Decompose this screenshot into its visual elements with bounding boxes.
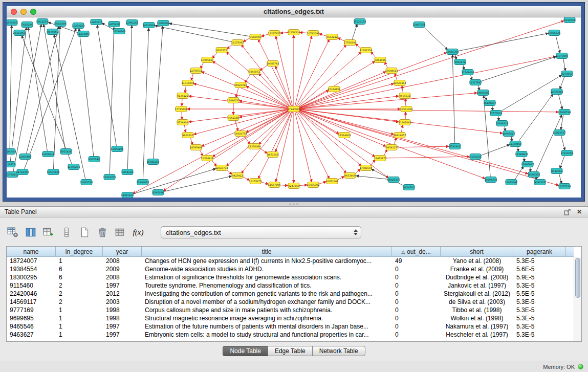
- graph-node[interactable]: 16841250: [147, 159, 159, 165]
- graph-node[interactable]: 16095378: [528, 172, 540, 178]
- graph-edge[interactable]: [514, 166, 524, 180]
- graph-node[interactable]: 16104297: [484, 100, 496, 106]
- graph-edge[interactable]: [559, 173, 562, 183]
- column-header-title[interactable]: title: [142, 247, 392, 257]
- graph-node[interactable]: 6791903: [449, 144, 461, 149]
- graph-edge[interactable]: [10, 26, 12, 149]
- graph-node[interactable]: 14028365: [387, 177, 400, 183]
- graph-node[interactable]: 12217897: [469, 80, 482, 85]
- graph-edge[interactable]: [259, 74, 291, 107]
- graph-edge[interactable]: [143, 28, 148, 180]
- graph-edge[interactable]: [191, 73, 193, 80]
- graph-edge[interactable]: [405, 99, 406, 106]
- graph-node[interactable]: 12845067: [505, 180, 517, 185]
- graph-node[interactable]: 9532081: [551, 168, 562, 174]
- graph-node[interactable]: 14712380: [16, 169, 29, 175]
- graph-node[interactable]: 11548408: [462, 70, 474, 75]
- table-scrollbar[interactable]: [574, 257, 581, 341]
- graph-node[interactable]: 12409853: [137, 180, 149, 185]
- graph-edge[interactable]: [24, 29, 76, 170]
- graph-node[interactable]: 9904162: [122, 169, 133, 175]
- graph-edge[interactable]: [561, 135, 565, 150]
- graph-node[interactable]: 11015098: [182, 80, 194, 86]
- graph-node[interactable]: 10089742: [267, 61, 279, 67]
- graph-node[interactable]: 9425412: [232, 173, 243, 179]
- graph-edge[interactable]: [235, 120, 238, 131]
- graph-edge[interactable]: [560, 155, 565, 168]
- column-header-short[interactable]: short: [441, 247, 513, 257]
- graph-edge[interactable]: [298, 110, 559, 185]
- table-row[interactable]: 1938455462009Genome-wide association stu…: [7, 265, 574, 273]
- graph-node[interactable]: 10503846: [47, 169, 59, 175]
- graph-node[interactable]: 9862325: [182, 133, 193, 138]
- graph-node[interactable]: 14850383: [477, 90, 489, 96]
- window-titlebar[interactable]: citations_edges.txt: [7, 6, 581, 17]
- graph-edge[interactable]: [190, 137, 192, 145]
- graph-edge[interactable]: [276, 36, 293, 106]
- graph-node[interactable]: 15495087: [521, 162, 534, 167]
- table-mode-button[interactable]: [6, 226, 19, 239]
- minimize-window-button[interactable]: [20, 9, 27, 15]
- graph-edge[interactable]: [298, 110, 528, 173]
- graph-edge[interactable]: [356, 176, 389, 180]
- graph-node[interactable]: 11973049: [556, 53, 568, 59]
- graph-node[interactable]: 10742093: [307, 31, 319, 36]
- graph-node[interactable]: 10936035: [548, 30, 560, 36]
- graph-edge[interactable]: [110, 27, 114, 174]
- graph-node[interactable]: 9361573: [216, 48, 227, 53]
- graph-node[interactable]: 17577019: [490, 111, 502, 116]
- graph-edge[interactable]: [202, 72, 289, 108]
- table-row[interactable]: 911546021997Tourette syndrome. Phenomeno…: [7, 281, 574, 290]
- column-header-pagerank[interactable]: pagerank: [513, 247, 566, 257]
- graph-node[interactable]: 15061375: [103, 174, 116, 180]
- graph-node[interactable]: 16687354: [413, 22, 425, 28]
- graph-edge[interactable]: [423, 26, 448, 50]
- graph-node[interactable]: 9274653: [561, 71, 573, 77]
- graph-edge[interactable]: [245, 73, 251, 82]
- graph-node[interactable]: 9247843: [288, 183, 299, 189]
- graph-edge[interactable]: [394, 138, 396, 145]
- graph-node[interactable]: 12258064: [248, 144, 260, 149]
- graph-node[interactable]: 14523318: [234, 82, 247, 88]
- graph-node[interactable]: 10294378: [485, 177, 497, 183]
- graph-edge[interactable]: [163, 176, 231, 192]
- graph-node[interactable]: 8524908: [177, 120, 188, 125]
- graph-node[interactable]: 12991243: [126, 20, 138, 26]
- graph-edge[interactable]: [244, 135, 250, 144]
- graph-node[interactable]: 11840327: [227, 98, 239, 103]
- graph-edge[interactable]: [402, 86, 403, 94]
- graph-edge[interactable]: [401, 125, 402, 133]
- graph-edge[interactable]: [202, 110, 289, 146]
- graph-edge[interactable]: [457, 33, 548, 51]
- graph-node[interactable]: 11793251: [68, 164, 80, 170]
- graph-node[interactable]: 17240640: [288, 106, 300, 112]
- new-table-button[interactable]: [78, 226, 91, 239]
- graph-node[interactable]: 12217937: [268, 31, 280, 36]
- graph-node[interactable]: 15938724: [558, 110, 571, 115]
- graph-edge[interactable]: [212, 61, 290, 108]
- graph-node[interactable]: 12610734: [215, 165, 228, 171]
- graph-node[interactable]: 16155275: [249, 179, 262, 184]
- graph-edge[interactable]: [298, 110, 385, 146]
- graph-edge[interactable]: [385, 157, 469, 158]
- graph-node[interactable]: 9119573: [7, 162, 15, 167]
- graph-edge[interactable]: [295, 112, 312, 182]
- graph-edge[interactable]: [54, 35, 85, 180]
- graph-node[interactable]: 10334216: [201, 156, 213, 161]
- graph-edge[interactable]: [276, 112, 293, 182]
- graph-edge[interactable]: [480, 145, 510, 156]
- graph-node[interactable]: 7583909: [250, 34, 261, 40]
- graph-node[interactable]: 10254139: [72, 23, 84, 29]
- graph-edge[interactable]: [259, 111, 291, 144]
- column-header-year[interactable]: year: [103, 247, 142, 257]
- graph-node[interactable]: 18561604: [400, 106, 412, 112]
- graph-node[interactable]: 10975393: [157, 20, 169, 26]
- graph-node[interactable]: 12754712: [190, 68, 202, 74]
- graph-node[interactable]: 11902843: [399, 120, 411, 125]
- graph-node[interactable]: 17554300: [344, 40, 356, 46]
- graph-edge[interactable]: [258, 111, 292, 178]
- function-builder-button[interactable]: f(x): [132, 226, 145, 239]
- row-options-button[interactable]: [60, 226, 73, 239]
- graph-node[interactable]: 10861742: [80, 180, 93, 185]
- table-row[interactable]: 946554611997Estimation of the future num…: [7, 322, 574, 331]
